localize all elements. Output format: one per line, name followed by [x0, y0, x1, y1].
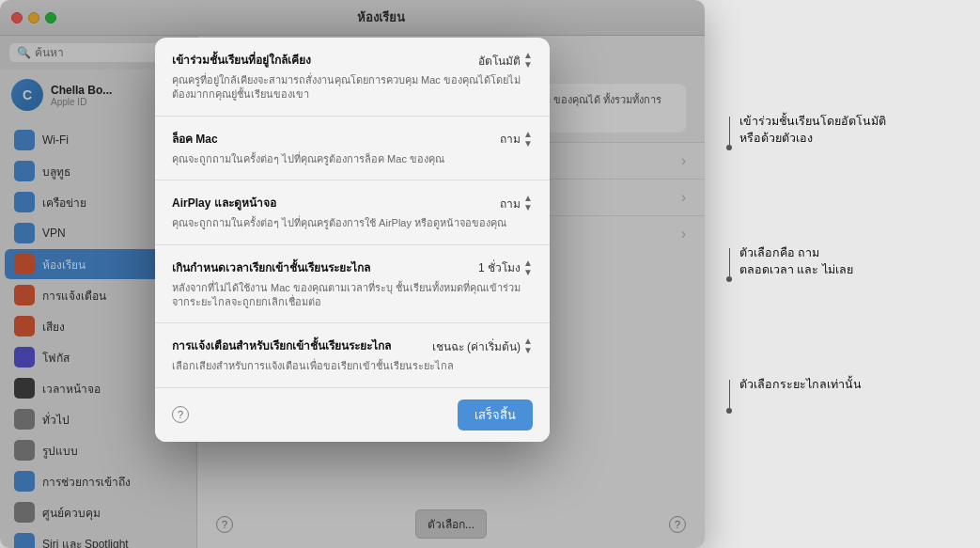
modal-row-select-arrows-lock-mac: ▲▼: [523, 130, 533, 149]
modal-row-select-text-airplay: ถาม: [500, 195, 521, 212]
modal-row-select-join-alert[interactable]: เชนฉะ (ค่าเริ่มต้น)▲▼: [432, 337, 533, 355]
modal-row-desc-join-class-distance: หลังจากที่ไม่ได้ใช้งาน Mac ของคุณตามเวลา…: [197, 281, 533, 310]
modal-row-select-text-join-class: อัตโนมัติ: [478, 52, 521, 70]
main-window: ห้องเรียน 🔍 C Chella Bo... Apple ID Wi-F…: [0, 0, 705, 548]
modal-row-select-arrows-join-class: ▲▼: [523, 51, 533, 70]
modal-row-desc-airplay: คุณจะถูกถามในครั้งต่อๆ ไปที่คุณครูต้องกา…: [197, 216, 533, 230]
modal-row-airplay: AirPlay และดูหน้าจอถาม▲▼คุณจะถูกถามในครั…: [197, 180, 550, 244]
modal-row-title-lock-mac: ล็อค Mac: [197, 130, 500, 148]
modal-row-select-join-class-distance[interactable]: 1 ชั่วโมง▲▼: [478, 258, 533, 277]
annotation-distance-text: ตัวเลือกระยะไกลเท่านั้น: [739, 376, 862, 393]
modal-row-desc-join-alert: เลือกเสียงสำหรับการแจ้งเตือนเพื่อขอเรียก…: [197, 359, 533, 373]
modal-row-join-class: เข้าร่วมชั้นเรียนที่อยู่ใกล้เคียงอัตโนมั…: [197, 38, 550, 117]
main-panel: ห้องเรียน 🏫 แอปห้องเรียนจะอนุญาตให้คุณคร…: [197, 36, 705, 548]
modal-row-title-airplay: AirPlay และดูหน้าจอ: [197, 194, 500, 211]
modal-row-join-alert: การแจ้งเตือนสำหรับเรียกเข้าชั้นเรียนระยะ…: [197, 323, 550, 387]
modal-row-title-join-class-distance: เกินกำหนดเวลาเรียกเข้าชั้นเรียนระยะไกล: [197, 258, 478, 276]
modal-row-lock-mac: ล็อค Macถาม▲▼คุณจะถูกถามในครั้งต่อๆ ไปที…: [197, 117, 550, 180]
modal-row-title-join-class: เข้าร่วมชั้นเรียนที่อยู่ใกล้เคียง: [197, 51, 478, 69]
annotations: เข้าร่วมชั้นเรียนโดยอัตโนมัติหรือด้วยตัว…: [726, 113, 961, 414]
annotation-options-text: ตัวเลือกคือ ถามตลอดเวลา และ ไม่เลย: [739, 244, 853, 278]
modal-row-select-lock-mac[interactable]: ถาม▲▼: [500, 130, 533, 149]
modal-row-select-arrows-join-class-distance: ▲▼: [523, 258, 533, 277]
modal-done-button[interactable]: เสร็จสิ้น: [458, 399, 533, 431]
modal-row-select-join-class[interactable]: อัตโนมัติ▲▼: [478, 51, 533, 70]
modal-rows-container: เข้าร่วมชั้นเรียนที่อยู่ใกล้เคียงอัตโนมั…: [197, 38, 550, 388]
modal-row-select-airplay[interactable]: ถาม▲▼: [500, 194, 533, 212]
modal-overlay: เข้าร่วมชั้นเรียนที่อยู่ใกล้เคียงอัตโนมั…: [197, 36, 705, 548]
annotation-3: ตัวเลือกระยะไกลเท่านั้น: [726, 376, 961, 414]
modal-row-join-class-distance: เกินกำหนดเวลาเรียกเข้าชั้นเรียนระยะไกล1 …: [197, 245, 550, 324]
modal-row-select-text-lock-mac: ถาม: [500, 130, 521, 148]
modal-row-select-text-join-class-distance: 1 ชั่วโมง: [478, 258, 521, 276]
annotation-auto-text: เข้าร่วมชั้นเรียนโดยอัตโนมัติหรือด้วยตัว…: [739, 113, 886, 147]
modal-sheet: เข้าร่วมชั้นเรียนที่อยู่ใกล้เคียงอัตโนมั…: [197, 38, 550, 442]
modal-row-select-arrows-airplay: ▲▼: [523, 194, 533, 212]
annotation-1: เข้าร่วมชั้นเรียนโดยอัตโนมัติหรือด้วยตัว…: [726, 113, 961, 150]
modal-row-select-arrows-join-alert: ▲▼: [523, 337, 533, 355]
modal-row-desc-join-class: คุณครูที่อยู่ใกล้เคียงจะสามารถสั่งงานคุณ…: [197, 73, 533, 102]
modal-footer: ? เสร็จสิ้น: [197, 388, 550, 442]
modal-row-title-join-alert: การแจ้งเตือนสำหรับเรียกเข้าชั้นเรียนระยะ…: [197, 337, 432, 354]
annotation-2: ตัวเลือกคือ ถามตลอดเวลา และ ไม่เลย: [726, 244, 961, 282]
content-area: 🔍 C Chella Bo... Apple ID Wi-Fiบลูทูธเคร…: [0, 36, 705, 548]
modal-row-desc-lock-mac: คุณจะถูกถามในครั้งต่อๆ ไปที่คุณครูต้องกา…: [197, 152, 533, 166]
modal-row-select-text-join-alert: เชนฉะ (ค่าเริ่มต้น): [432, 337, 521, 355]
